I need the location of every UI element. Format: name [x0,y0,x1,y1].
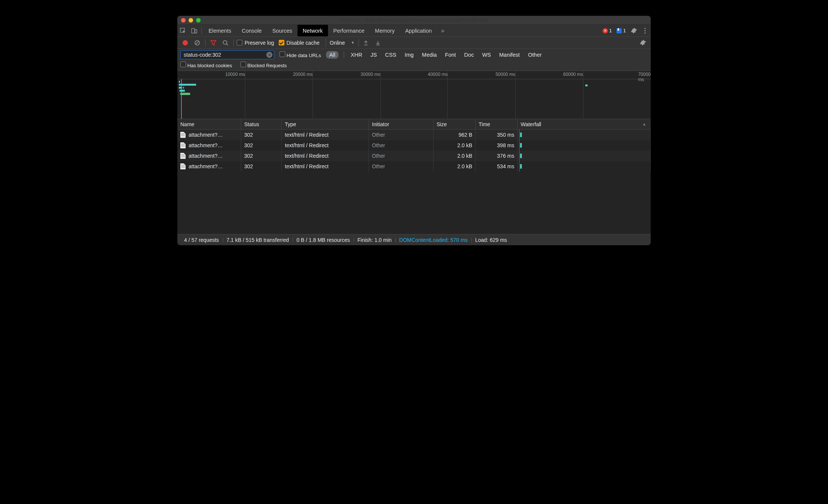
error-counter[interactable]: ✕ 1 [600,25,614,36]
checkbox-checked-icon [279,40,284,45]
tick-label: 50000 ms [496,72,515,77]
filter-input[interactable]: ✕ [180,50,274,59]
type-filter-img[interactable]: Img [403,51,415,59]
svg-line-9 [227,44,228,45]
tab-sources[interactable]: Sources [267,25,298,36]
cell-name: attachment?… [177,130,241,140]
tick-line [381,71,381,119]
tab-performance[interactable]: Performance [328,25,370,36]
network-toolbar: Preserve log Disable cache Online ▼ [177,37,651,49]
load-marker [519,140,520,151]
record-button[interactable] [180,38,190,48]
clear-filter-icon[interactable]: ✕ [266,52,272,58]
disable-cache-label: Disable cache [287,40,320,46]
has-blocked-cookies-checkbox[interactable]: Has blocked cookies [180,62,232,68]
type-filter-other[interactable]: Other [527,51,543,59]
file-icon [180,153,186,159]
type-filter-ws[interactable]: WS [480,51,492,59]
tick-line [447,71,448,119]
cell-waterfall [518,140,651,151]
status-resources: 0 B / 1.8 MB resources [293,237,354,243]
table-row[interactable]: attachment?… 302 text/html / Redirect Ot… [177,151,651,161]
status-dcl: DOMContentLoaded: 570 ms [396,237,471,243]
clear-icon[interactable] [192,38,202,48]
cell-time: 376 ms [476,151,518,161]
disable-cache-checkbox[interactable]: Disable cache [279,40,320,46]
preserve-log-checkbox[interactable]: Preserve log [237,40,274,46]
network-settings-icon[interactable] [638,38,648,48]
timeline-bar [179,84,196,86]
timeline-overview[interactable]: 10000 ms20000 ms30000 ms40000 ms50000 ms… [177,71,651,119]
type-filter-media[interactable]: Media [420,51,438,59]
zoom-window-button[interactable] [196,18,201,23]
tick-line [583,71,583,119]
tab-memory[interactable]: Memory [370,25,400,36]
more-tabs-icon[interactable]: » [437,25,448,36]
timeline-bar [179,81,180,83]
filter-bar: ✕ Hide data URLs AllXHRJSCSSImgMediaFont… [177,49,651,71]
column-header-initiator[interactable]: Initiator [369,119,434,129]
status-requests: 4 / 57 requests [180,237,223,243]
cell-waterfall [518,130,651,140]
cell-name: attachment?… [177,151,241,161]
tab-network[interactable]: Network [298,25,328,36]
type-filter-manifest[interactable]: Manifest [498,51,521,59]
hide-data-urls-label: Hide data URLs [287,53,321,58]
cell-status: 302 [241,161,282,172]
blocked-requests-checkbox[interactable]: Blocked Requests [240,62,287,68]
svg-point-8 [223,41,227,44]
cell-name: attachment?… [177,161,241,172]
checkbox-icon [240,62,246,67]
message-count: 1 [623,28,626,33]
load-marker [519,151,520,161]
minimize-window-button[interactable] [189,18,193,23]
column-header-time[interactable]: Time [476,119,518,129]
type-filter-js[interactable]: JS [369,51,378,59]
cell-type: text/html / Redirect [282,130,369,140]
window-title: DevTools - bugs.chromium.org/p/chromium/… [177,17,651,23]
main-tabs: ElementsConsoleSourcesNetworkPerformance… [177,25,651,37]
table-body: attachment?… 302 text/html / Redirect Ot… [177,130,651,234]
inspect-element-icon[interactable] [177,25,189,36]
divider [233,39,234,47]
request-name: attachment?… [189,153,223,159]
settings-icon[interactable] [628,25,639,36]
close-window-button[interactable] [181,18,186,23]
type-filter-css[interactable]: CSS [384,51,398,59]
filter-text-field[interactable] [184,52,266,58]
type-filter-doc[interactable]: Doc [463,51,476,59]
type-filter-font[interactable]: Font [444,51,458,59]
status-finish: Finish: 1.0 min [354,237,396,243]
column-header-waterfall[interactable]: Waterfall ▲ [518,119,651,129]
tab-application[interactable]: Application [400,25,437,36]
search-icon[interactable] [221,38,230,48]
cell-status: 302 [241,130,282,140]
hide-data-urls-checkbox[interactable]: Hide data URLs [280,51,321,58]
request-name: attachment?… [189,132,223,138]
cell-type: text/html / Redirect [282,140,369,151]
checkbox-icon [280,51,285,57]
download-har-icon[interactable] [373,38,383,48]
svg-rect-1 [192,29,195,33]
table-row[interactable]: attachment?… 302 text/html / Redirect Ot… [177,161,651,172]
column-header-status[interactable]: Status [241,119,282,129]
device-toolbar-icon[interactable] [189,25,200,36]
type-filter-xhr[interactable]: XHR [349,51,364,59]
svg-point-5 [644,32,645,33]
svg-point-3 [644,28,645,29]
column-header-type[interactable]: Type [282,119,369,129]
upload-har-icon[interactable] [361,38,371,48]
filter-icon[interactable] [209,38,218,48]
tick-label: 30000 ms [361,72,381,77]
cell-waterfall [518,161,651,172]
column-header-size[interactable]: Size [434,119,476,129]
table-row[interactable]: attachment?… 302 text/html / Redirect Ot… [177,140,651,151]
tab-elements[interactable]: Elements [203,25,236,36]
tab-console[interactable]: Console [236,25,267,36]
kebab-menu-icon[interactable] [639,25,651,36]
table-row[interactable]: attachment?… 302 text/html / Redirect Ot… [177,130,651,140]
type-filter-all[interactable]: All [326,51,338,59]
column-header-name[interactable]: Name [177,119,241,129]
message-counter[interactable]: ▘ 1 [614,25,628,36]
throttling-select[interactable]: Online ▼ [326,39,359,47]
